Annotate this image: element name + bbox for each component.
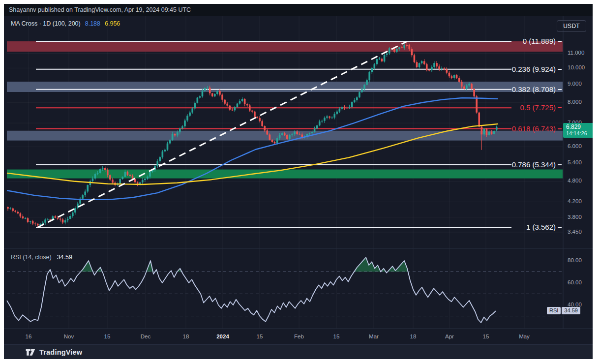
time-axis-label: 15	[257, 334, 263, 339]
price-axis-label: 3.800	[568, 214, 582, 220]
time-axis-label: Nov	[64, 334, 74, 339]
fib-level-label: 0.5 (7.725)	[520, 103, 556, 112]
time-axis-label: Dec	[141, 334, 150, 339]
tradingview-brand-link[interactable]: TradingView	[39, 348, 82, 356]
time-axis-label: 18	[410, 334, 417, 339]
price-axis-label: 10.000	[568, 64, 585, 70]
ma200-value: 6.956	[105, 20, 120, 27]
fib-level-tick	[558, 107, 562, 108]
time-axis-label: Mar	[369, 334, 379, 339]
last-price-value: 6.829	[566, 124, 593, 130]
candle-countdown: 14:14:26	[566, 130, 593, 137]
fib-level-tick	[558, 89, 562, 90]
price-axis-label: 9.000	[568, 81, 582, 87]
price-axis-label: 5.400	[568, 159, 582, 165]
price-axis-label: 8.000	[568, 99, 582, 105]
fib-level-tick	[558, 41, 562, 42]
last-price-badge: 6.829 14:14:26	[563, 123, 593, 138]
fib-level-label: 0 (11.889)	[523, 37, 556, 45]
tradingview-chart-card: Shayannv published on TradingView.com, A…	[4, 4, 593, 359]
time-axis-label: 15	[104, 334, 111, 339]
chart-canvas[interactable]	[4, 4, 593, 359]
price-axis-label: 4.800	[568, 178, 582, 183]
time-axis-label: May	[519, 334, 530, 339]
fib-level-label: 0.382 (8.708)	[512, 85, 556, 93]
fib-level-label: 0.236 (9.924)	[512, 65, 556, 73]
fib-level-label: 0.618 (6.743)	[512, 124, 556, 133]
main-indicator-legend[interactable]: MA Cross · 1D (100, 200) 8.188 6.956	[11, 20, 120, 27]
time-axis-label: Feb	[294, 334, 304, 339]
time-axis-label: 16	[26, 334, 32, 339]
fib-level-tick	[558, 128, 562, 129]
price-axis-label: 3.450	[568, 229, 582, 235]
time-axis-label: Apr	[445, 334, 454, 339]
time-axis-label: 18	[183, 334, 189, 339]
price-axis-label: 6.000	[568, 143, 582, 149]
rsi-legend-title: RSI (14, close)	[11, 254, 52, 261]
tradingview-logo-icon	[26, 348, 35, 356]
rsi-legend-value: 34.59	[57, 254, 72, 261]
time-axis-label: 15	[333, 334, 340, 339]
fib-level-label: 1 (3.562)	[526, 223, 556, 231]
fib-level-label: 0.786 (5.344)	[512, 160, 556, 169]
fib-level-tick	[558, 69, 562, 70]
rsi-badge-value: 34.59	[562, 307, 580, 314]
rsi-axis-label: 80.00	[568, 257, 582, 263]
rsi-indicator-legend[interactable]: RSI (14, close) 34.59	[11, 254, 72, 261]
footer-bar: TradingView	[4, 344, 593, 359]
fib-level-tick	[558, 227, 562, 228]
price-axis-label: 4.200	[568, 198, 582, 204]
rsi-value-badge: RSI 34.59	[547, 307, 580, 314]
time-axis-label: 15	[483, 334, 489, 339]
time-axis-label: 2024	[216, 334, 229, 339]
rsi-axis-label: 60.00	[568, 279, 582, 285]
fib-level-tick	[558, 164, 562, 165]
rsi-badge-label: RSI	[547, 307, 561, 314]
ma100-value: 8.188	[85, 20, 100, 27]
price-axis-label: 11.000	[568, 50, 584, 56]
ma-cross-legend-title: MA Cross · 1D (100, 200)	[11, 20, 81, 27]
quote-currency-button[interactable]: USDT	[557, 20, 586, 32]
